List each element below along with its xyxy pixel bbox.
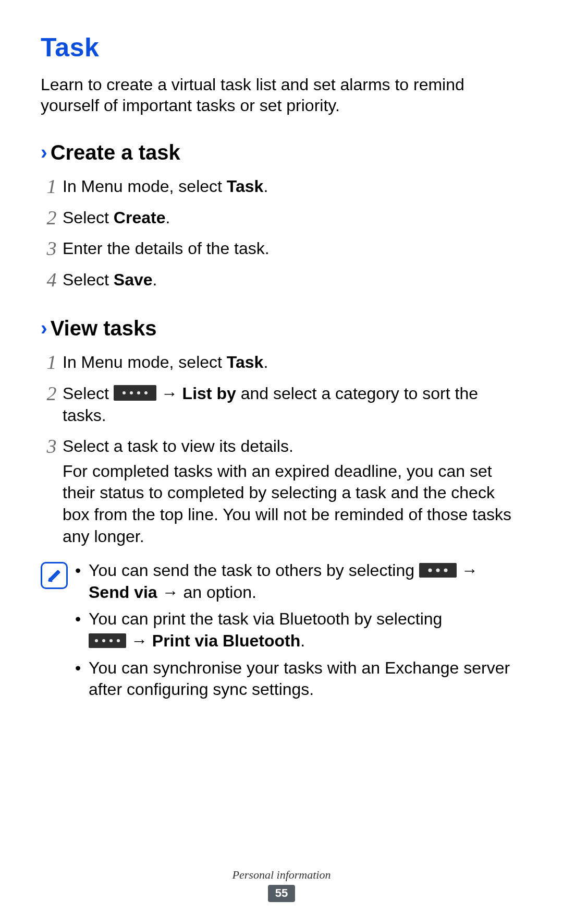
note-item: • You can synchronise your tasks with an… [75,657,522,701]
footer-section-label: Personal information [0,868,563,882]
step-text: . [263,177,268,196]
bold-term: Task [227,177,264,196]
step-number: 2 [41,207,63,229]
step: 4 Select Save. [41,269,522,294]
bold-term: Task [227,353,264,371]
intro-paragraph: Learn to create a virtual task list and … [41,74,522,116]
chevron-right-icon: › [41,141,47,164]
step-number: 1 [41,352,63,374]
step-number: 3 [41,238,63,260]
menu-icon [89,633,126,648]
steps-create: 1 In Menu mode, select Task. 2 Select Cr… [41,176,522,294]
bold-term: Send via [89,583,157,602]
step-text: Select [63,270,114,289]
section-heading-create: › Create a task [41,141,522,164]
step-detail: For completed tasks with an expired dead… [63,461,522,547]
step: 2 Select → List by and select a category… [41,383,522,429]
page-title: Task [41,32,522,63]
note-text: . [300,631,305,650]
arrow-right: → [157,583,183,602]
bullet-icon: • [75,608,89,652]
section-heading-label: Create a task [51,141,180,164]
arrow-right: → [156,384,182,403]
step-number: 1 [41,176,63,198]
note-text: an option. [183,583,256,602]
bold-term: Save [114,270,153,289]
arrow-right: → [457,561,478,580]
step-text: In Menu mode, select [63,353,227,371]
step-text: Select a task to view its details. [63,436,522,458]
step: 3 Enter the details of the task. [41,238,522,263]
step-text: Enter the details of the task. [63,238,522,260]
menu-icon [419,563,457,578]
step-text: . [165,208,170,227]
steps-view: 1 In Menu mode, select Task. 2 Select → … [41,352,522,550]
step: 2 Select Create. [41,207,522,232]
bold-term: Create [114,208,166,227]
page: Task Learn to create a virtual task list… [0,0,563,924]
note-list: • You can send the task to others by sel… [75,560,522,706]
note-item: • You can print the task via Bluetooth b… [75,608,522,652]
note-text: You can print the task via Bluetooth by … [89,609,442,628]
chevron-right-icon: › [41,317,47,340]
page-footer: Personal information 55 [0,868,563,902]
step-text: In Menu mode, select [63,177,227,196]
step-text: . [263,353,268,371]
step-text: Select [63,208,114,227]
step: 1 In Menu mode, select Task. [41,176,522,201]
step-text: . [153,270,157,289]
note-text: You can send the task to others by selec… [89,561,419,580]
bullet-icon: • [75,657,89,701]
step-number: 3 [41,436,63,458]
page-number: 55 [268,885,295,902]
note-icon [41,562,68,589]
arrow-right: → [126,631,152,650]
bold-term: Print via Bluetooth [152,631,300,650]
bold-term: List by [182,384,236,403]
note-block: • You can send the task to others by sel… [41,560,522,706]
step: 1 In Menu mode, select Task. [41,352,522,377]
step-number: 4 [41,269,63,291]
step: 3 Select a task to view its details. For… [41,436,522,550]
section-heading-label: View tasks [51,317,157,340]
bullet-icon: • [75,560,89,603]
step-text: Select [63,384,114,403]
note-text: You can synchronise your tasks with an E… [89,657,522,701]
step-number: 2 [41,383,63,405]
section-heading-view: › View tasks [41,317,522,340]
note-item: • You can send the task to others by sel… [75,560,522,603]
menu-icon [114,385,156,401]
